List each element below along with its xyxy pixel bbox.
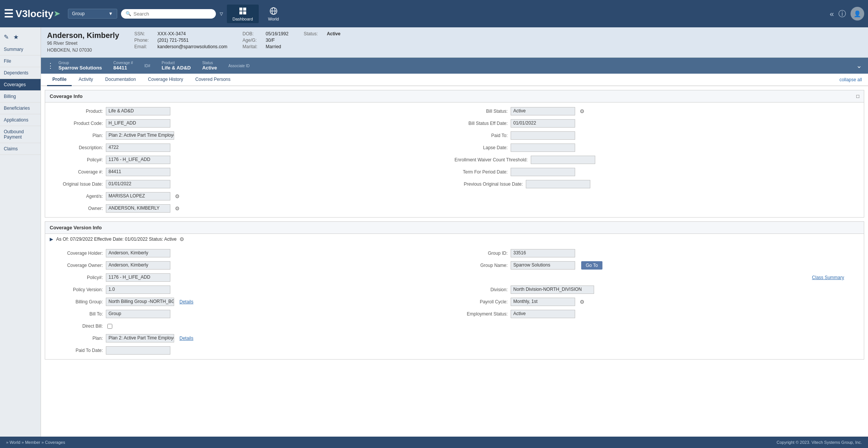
version-left: Coverage Holder: Anderson, Kimberly Cove… (50, 248, 454, 355)
version-triangle-icon: ▶ (50, 237, 53, 242)
payroll-cycle-gear-icon[interactable]: ⚙ (580, 299, 585, 305)
bill-status-eff-label: Bill Status Eff Date: (454, 121, 508, 126)
employment-status-row: Employment Status: Active (454, 309, 852, 319)
term-for-period-row: Term For Period Date: (454, 167, 852, 177)
product-code-label: Product Code: (50, 121, 103, 126)
coverage-holder-value: Anderson, Kimberly (106, 249, 170, 257)
tab-documentation[interactable]: Documentation (100, 74, 141, 86)
coverage-version-section: Coverage Version Info ▶ As Of: 07/29/202… (45, 221, 864, 360)
version-plan-label: Plan: (50, 336, 103, 341)
sidebar-item-outbound-payment[interactable]: Outbound Payment (0, 126, 41, 143)
version-coverage-holder-row: Coverage Holder: Anderson, Kimberly (50, 248, 447, 258)
edit-icon[interactable]: ✎ (4, 33, 9, 41)
group-dropdown-label: Group (72, 11, 85, 16)
banner-coverage-num: Coverage # 84411 (113, 61, 133, 71)
version-plan-row: Plan: Plan 2: Active Part Time Employee … (50, 333, 447, 343)
product-label: Product: (50, 109, 103, 114)
tab-profile[interactable]: Profile (47, 74, 72, 86)
world-nav-btn[interactable]: World (263, 5, 285, 23)
lapse-value (511, 144, 575, 152)
help-icon[interactable]: ⓘ (838, 9, 846, 19)
breadcrumb-text: » World » Member » Coverages (6, 440, 65, 445)
plan-row: Plan: Plan 2: Active Part Time Employee (50, 131, 447, 140)
class-summary-link[interactable]: Class Summary (812, 275, 844, 280)
svg-rect-3 (243, 11, 246, 14)
svg-rect-1 (243, 8, 246, 11)
dashboard-icon (238, 6, 247, 16)
agents-row: Agent/s: MARISSA LOPEZ ⚙ (50, 191, 447, 201)
version-gear-icon[interactable]: ⚙ (179, 236, 184, 242)
group-name-value: Sparrow Solutions (511, 261, 575, 270)
bill-status-row: Bill Status: Active ⚙ (454, 106, 852, 116)
sidebar-item-coverages[interactable]: Coverages (0, 79, 41, 91)
banner-id-label: ID# (145, 64, 151, 68)
description-value: 4722 (106, 144, 170, 152)
expand-icon[interactable]: ⌄ (856, 62, 862, 70)
dashboard-label: Dashboard (233, 17, 253, 21)
paid-to-label: Paid To: (454, 133, 508, 138)
chevron-left-icon[interactable]: « (830, 9, 834, 18)
filter-icon[interactable]: ▿ (220, 9, 223, 18)
owner-gear-icon[interactable]: ⚙ (175, 205, 180, 211)
division-label: Division: (454, 287, 508, 292)
agents-gear-icon[interactable]: ⚙ (175, 193, 180, 199)
tab-coverage-history[interactable]: Coverage History (143, 74, 189, 86)
banner-group: Group Sparrow Solutions (58, 61, 102, 71)
sidebar-item-claims[interactable]: Claims (0, 143, 41, 155)
coverage-version-grid: Coverage Holder: Anderson, Kimberly Cove… (45, 245, 864, 359)
sidebar-item-dependents[interactable]: Dependents (0, 67, 41, 79)
version-text: As Of: 07/29/2022 Effective Date: 01/01/… (56, 237, 176, 242)
tab-activity[interactable]: Activity (73, 74, 98, 86)
coverage-owner-label: Coverage Owner: (50, 263, 103, 268)
member-dob-row: DOB: 05/16/1992 (242, 31, 288, 36)
banner-associate-id: Associate ID (228, 64, 250, 68)
tab-covered-persons[interactable]: Covered Persons (190, 74, 236, 86)
agents-value: MARISSA LOPEZ (106, 192, 170, 200)
sidebar-item-summary[interactable]: Summary (0, 44, 41, 55)
paid-to-value (511, 131, 575, 140)
group-id-label: Group ID: (454, 251, 508, 256)
owner-row: Owner: ANDERSON, KIMBERLY ⚙ (50, 203, 447, 213)
banner-status: Status Active (202, 61, 217, 71)
payroll-cycle-label: Payroll Cycle: (454, 299, 508, 304)
plan-details-link[interactable]: Details (179, 336, 193, 341)
billing-group-details-link[interactable]: Details (179, 299, 193, 304)
user-avatar[interactable]: 👤 (851, 7, 864, 21)
paid-to-date-row: Paid To Date: (50, 345, 447, 355)
owner-value: ANDERSON, KIMBERLY (106, 204, 170, 213)
billing-group-label: Billing Group: (50, 299, 103, 304)
sidebar-item-applications[interactable]: Applications (0, 114, 41, 126)
member-address2: HOBOKEN, NJ 07030 (47, 47, 119, 54)
group-dropdown[interactable]: Group ▼ (68, 9, 117, 19)
previous-original-label: Previous Original Issue Date: (454, 181, 523, 187)
phone-value: (201) 721-7551 (157, 38, 189, 43)
member-email-row: Email: kanderson@sparrowsolutions.com (134, 44, 227, 49)
policy-value: 1176 - H_LIFE_ADD (106, 156, 170, 164)
footer: » World » Member » Coverages Copyright ©… (0, 437, 868, 448)
go-to-button[interactable]: Go To (581, 261, 602, 270)
minimize-icon[interactable]: □ (856, 93, 859, 99)
sidebar-item-beneficiaries[interactable]: Beneficiaries (0, 103, 41, 114)
collapse-all-link[interactable]: collapse all (840, 77, 862, 82)
bill-status-gear-icon[interactable]: ⚙ (580, 108, 585, 114)
policy-label: Policy#: (50, 157, 103, 162)
hamburger-icon[interactable]: ☰ (4, 8, 13, 20)
copyright: Copyright © 2023. Vitech Systems Group, … (777, 440, 862, 445)
svg-rect-0 (239, 8, 242, 11)
banner-status-label: Status (202, 61, 217, 65)
employment-status-label: Employment Status: (454, 311, 508, 317)
term-for-period-value (511, 168, 575, 176)
star-icon[interactable]: ★ (13, 33, 19, 41)
banner-product-value: Life & AD&D (162, 65, 191, 71)
chevron-down-icon: ▼ (108, 11, 113, 16)
banner-coverage-num-label: Coverage # (113, 61, 133, 65)
member-header: Anderson, Kimberly 96 River Street HOBOK… (41, 27, 868, 58)
banner-menu-icon[interactable]: ⋮ (47, 62, 54, 70)
sidebar-item-billing[interactable]: Billing (0, 91, 41, 103)
sidebar-item-file[interactable]: File (0, 55, 41, 67)
direct-bill-checkbox[interactable] (107, 324, 112, 329)
marital-label: Marital: (242, 44, 263, 49)
dashboard-nav-btn[interactable]: Dashboard (227, 5, 259, 23)
search-input[interactable] (134, 11, 202, 17)
direct-bill-row: Direct Bill: (50, 321, 447, 331)
